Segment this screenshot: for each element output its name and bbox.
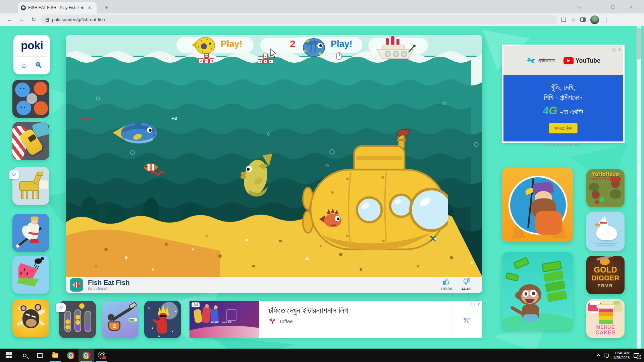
page-scrollbar[interactable] [637,26,641,349]
window-close-button[interactable]: ✕ [626,4,636,10]
floating-score: +2 [171,115,177,121]
sidebar-game-archer[interactable] [12,214,49,252]
ad-image[interactable]: Ad 13 Jan - 12 Feb [190,301,259,338]
side-ad-body[interactable]: খুঁজি, দেখি, শিখি - গ্রামীণফোন 4G-তে এখন… [503,75,623,141]
game-frame: W ASD Play! 2 ▲ ◄▼► Play! [66,35,482,293]
tab-close-icon[interactable]: ✕ [88,5,91,10]
bottom-ad-banner[interactable]: Ad 13 Jan - 12 Feb টফিতে দেখুন ইন্টারন্য… [190,301,482,338]
grameenphone-logo-icon [526,56,536,66]
ad-cta-link[interactable]: খুলুন [463,316,470,322]
tray-chevron-icon[interactable] [596,354,600,358]
dislike-control[interactable]: 44.4K [462,278,471,291]
clownfish [144,163,159,172]
home-icon[interactable]: ⌂ [21,61,26,70]
bookmark-star-icon[interactable]: ☆ [571,16,576,23]
game-thumb-stickman[interactable] [144,301,181,338]
clock-date: 1/25/2023 [613,355,630,360]
yellow-submarine [301,125,448,259]
task-view-icon[interactable] [32,349,48,362]
mouse-cursor [270,48,277,58]
right-game-gold-digger[interactable]: GOLD DIGGER FRVR [586,256,625,294]
ad-line1: খুঁজি, দেখি, [503,82,623,93]
gold-digger-title-2: DIGGER [586,274,625,282]
gold-digger-title-3: FRVR [586,283,625,288]
game-canvas[interactable]: W ASD Play! 2 ▲ ◄▼► Play! [66,35,482,277]
scrollbar-thumb[interactable] [637,27,641,60]
chrome-icon[interactable] [63,349,78,362]
tray-network-icon[interactable] [604,354,609,357]
ad-cta-button[interactable]: জানতে ক্লিক [549,123,578,133]
like-count: 193.9K [441,287,452,291]
taskbar-search-icon[interactable] [17,349,32,362]
sidebar-game-car-race[interactable] [12,122,49,160]
notification-center-icon[interactable]: 7 [634,353,639,358]
ad-close-icon[interactable]: ✕ [477,302,480,308]
like-control[interactable]: 193.9K [441,278,452,291]
sidebar-game-blob-battle[interactable] [12,80,49,118]
game-counter: 2 [290,38,296,50]
tab-search-chevron-icon[interactable] [574,4,584,10]
dislike-count: 44.4K [462,287,471,291]
file-explorer-icon[interactable] [48,349,63,362]
forward-button[interactable]: → [15,16,28,23]
sidebar-game-watermelon-ant[interactable] [12,256,49,294]
share-icon[interactable] [561,17,566,22]
mouse-control-icon [336,52,342,60]
taskbar-clock[interactable]: 11:46 AM 1/25/2023 [613,351,630,360]
divider [17,56,47,57]
poki-favicon [21,5,26,10]
window-maximize-button[interactable] [608,4,618,10]
player2-play-button[interactable]: Play! [331,39,353,49]
windows-taskbar: 11:46 AM 1/25/2023 7 [0,349,644,362]
player1-fish-icon [191,35,216,56]
wasd-keys-icon: W ASD [199,53,214,63]
side-panel-icon[interactable] [580,17,586,22]
address-bar[interactable]: poki.com/en/g/fish-eat-fish [41,15,557,24]
window-minimize-button[interactable] [591,4,601,10]
ad-headline[interactable]: টফিতে দেখুন ইন্টারন্যাশনাল লিগ [269,306,451,315]
browser-tabstrip: FISH EAT FISH - Play Fish Eat ✕ + ✕ [0,0,644,13]
ad-4g-g: G [549,105,557,117]
sidebar-game-ninja-rat[interactable] [12,299,49,337]
ad-line2: শিখি - গ্রামীণফোন [503,93,623,103]
toffee-logo-icon [269,317,276,325]
right-game-yohoho[interactable]: YoHoHo.io PIRATE BATTLE ROYALE [586,169,625,207]
search-icon[interactable]: 🔍︎ [35,61,42,70]
ad-info-icon[interactable]: ⓘ [612,47,616,53]
ad-info-icon[interactable]: ⓘ [471,302,475,308]
game-thumb-slingshot[interactable]: 2 [102,301,139,338]
yellow-fish [239,153,274,202]
chrome-active-icon[interactable] [78,349,94,362]
url-text[interactable]: poki.com/en/g/fish-eat-fish [52,17,105,22]
ad-close-icon[interactable]: ✕ [618,47,621,53]
right-game-merge-cakes[interactable]: MERGE CAKES [586,299,625,338]
merge-cakes-title-1: MERGE [586,324,625,330]
reload-button[interactable]: ↻ [28,16,40,23]
back-button[interactable]: ← [3,16,15,23]
player1-play-button[interactable]: Play! [221,39,243,49]
ad-brand: Toffee [279,318,293,324]
youtube-logo-icon [564,57,574,64]
browser-tab[interactable]: FISH EAT FISH - Play Fish Eat ✕ [18,2,97,13]
poki-logo[interactable]: poki [13,39,50,52]
game-app-icon [70,278,83,292]
tab-audio-icon[interactable] [81,6,85,10]
clock-time: 11:46 AM [613,351,630,355]
lock-icon[interactable] [46,19,49,22]
thumbs-down-icon[interactable] [462,278,470,285]
blue-fish [111,119,158,147]
right-game-monkey-money[interactable] [502,252,573,330]
right-game-fisherman[interactable] [502,168,573,242]
obs-recorder-icon[interactable] [94,349,109,362]
profile-avatar[interactable] [590,15,599,24]
right-game-duck[interactable] [586,212,625,251]
advertisement-vertical-label: ADVERTISEMENT [484,301,487,338]
side-ad[interactable]: ⓘ ✕ গ্রামীণফোন YouTube খুঁজি, দেখি, শিখি… [502,45,625,143]
desktop: FISH EAT FISH - Play Fish Eat ✕ + ✕ ← → … [0,0,644,362]
start-button[interactable] [1,349,17,362]
new-tab-button[interactable]: + [103,3,111,11]
poki-logo-card: poki ⌂ 🔍︎ [13,35,50,74]
side-ad-header: গ্রামীণফোন YouTube [503,46,623,75]
thumbs-up-icon[interactable] [442,278,450,285]
browser-menu-icon[interactable]: ⋮ [604,17,609,23]
